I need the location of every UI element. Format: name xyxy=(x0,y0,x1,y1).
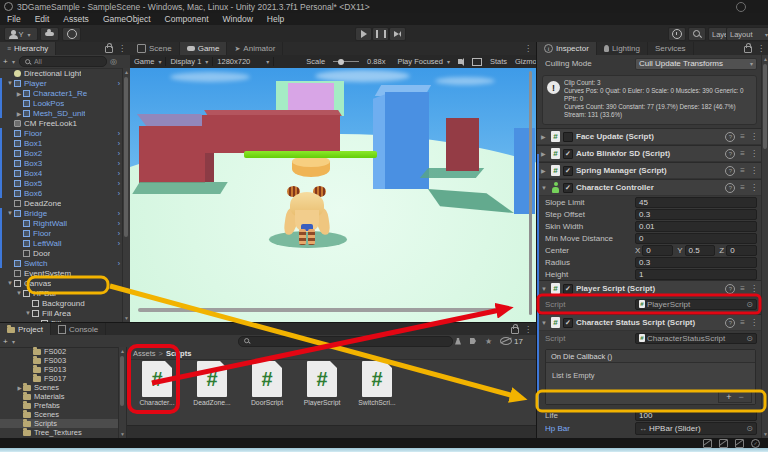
lock-icon[interactable] xyxy=(744,46,752,53)
tab-scene[interactable]: Scene xyxy=(130,42,180,55)
scale-slider[interactable] xyxy=(329,61,363,62)
hierarchy-item-cm-freelook1[interactable]: CM FreeLook1 xyxy=(0,118,123,128)
kebab-menu-icon[interactable] xyxy=(750,166,758,175)
hierarchy-item-eventsystem[interactable]: EventSystem xyxy=(0,268,123,278)
prefab-chevron-icon[interactable] xyxy=(118,160,120,167)
hp-bar-object-field[interactable]: ↔ HPBar (Slider) xyxy=(635,422,757,435)
hierarchy-item-box4[interactable]: Box4 xyxy=(0,168,123,178)
component-auto-blink[interactable]: # Auto Blinkfor SD (Script) xyxy=(537,145,762,162)
menu-file[interactable]: File xyxy=(0,13,28,25)
object-picker-icon[interactable] xyxy=(746,424,753,433)
foldout-icon[interactable] xyxy=(15,290,23,296)
kebab-menu-icon[interactable] xyxy=(118,44,126,53)
add-list-item-button[interactable]: + xyxy=(726,392,731,402)
help-icon[interactable] xyxy=(725,132,735,142)
enabled-checkbox[interactable] xyxy=(563,284,573,294)
layout-dropdown[interactable]: Layout▾ xyxy=(726,27,768,41)
foldout-icon[interactable] xyxy=(6,210,14,216)
presets-icon[interactable] xyxy=(740,318,745,327)
file-deadzone[interactable]: #DeadZone... xyxy=(190,361,234,413)
value-field[interactable]: 0.01 xyxy=(635,221,757,232)
kebab-menu-icon[interactable] xyxy=(757,44,765,53)
culling-mode-dropdown[interactable]: Cull Update Transforms ▾ xyxy=(635,58,757,70)
hierarchy-item-lookpos[interactable]: LookPos xyxy=(0,98,123,108)
foldout-icon[interactable]: ▶ xyxy=(16,385,23,391)
kebab-menu-icon[interactable] xyxy=(750,149,758,158)
kebab-menu-icon[interactable] xyxy=(524,325,532,334)
hierarchy-item-floor[interactable]: Floor xyxy=(0,228,123,238)
foldout-icon[interactable] xyxy=(541,150,548,157)
game-mode-dropdown[interactable]: Game▾ xyxy=(130,57,165,66)
foldout-icon[interactable] xyxy=(541,320,548,326)
focus-mode-dropdown[interactable]: Play Focused▾ xyxy=(393,57,453,66)
create-asset-button[interactable]: + ▾ xyxy=(3,337,15,346)
search-by-type-button[interactable] xyxy=(455,338,461,345)
project-folder-scenes[interactable]: Scenes xyxy=(0,410,126,419)
picker-icon[interactable]: ◎ xyxy=(110,57,117,66)
enabled-checkbox[interactable] xyxy=(563,318,573,328)
project-folder-scripts[interactable]: Scripts xyxy=(0,419,126,428)
tab-lighting[interactable]: Lighting xyxy=(597,42,648,55)
muted-notification-icon[interactable] xyxy=(703,439,712,448)
scroll-down-icon[interactable]: ▼ xyxy=(762,431,768,437)
lock-icon[interactable] xyxy=(511,327,519,334)
mute-audio-button[interactable] xyxy=(454,59,468,64)
project-tree-scrollbar[interactable]: ▲ ▼ xyxy=(118,347,126,438)
file-character[interactable]: #Character... xyxy=(135,361,179,413)
hierarchy-item-bridge[interactable]: Bridge xyxy=(0,208,123,218)
menu-help[interactable]: Help xyxy=(260,13,291,25)
hierarchy-item-canvas[interactable]: Canvas xyxy=(0,278,123,288)
step-button[interactable] xyxy=(389,27,406,41)
project-folder-fs017[interactable]: FS017 xyxy=(0,374,126,383)
menu-window[interactable]: Window xyxy=(216,13,260,25)
hierarchy-scrollbar[interactable]: ▲ ▼ xyxy=(122,68,130,322)
hierarchy-item-leftwall[interactable]: LeftWall xyxy=(0,238,123,248)
kebab-menu-icon[interactable] xyxy=(524,44,532,53)
hierarchy-item-player[interactable]: Player xyxy=(0,78,123,88)
prefab-chevron-icon[interactable] xyxy=(118,140,120,147)
scrollbar-thumb[interactable] xyxy=(124,77,128,237)
breadcrumb-current[interactable]: Scripts xyxy=(166,349,191,358)
component-character-status-script[interactable]: # Character Status Script (Script) xyxy=(537,314,762,331)
play-button[interactable] xyxy=(355,27,372,41)
menu-edit[interactable]: Edit xyxy=(28,13,57,25)
prefab-chevron-icon[interactable] xyxy=(118,210,120,217)
player-script-object-field[interactable]: # PlayerScript xyxy=(635,299,757,310)
kebab-menu-icon[interactable] xyxy=(750,132,758,141)
game-viewport[interactable] xyxy=(130,68,536,322)
prefab-chevron-icon[interactable] xyxy=(118,260,120,267)
hierarchy-item-hpbar[interactable]: HPBar xyxy=(0,288,123,298)
help-icon[interactable] xyxy=(725,183,735,193)
menu-gameobject[interactable]: GameObject xyxy=(96,13,158,25)
favorite-search-button[interactable] xyxy=(485,337,492,346)
foldout-icon[interactable] xyxy=(24,310,32,316)
tab-inspector[interactable]: iInspector xyxy=(537,42,597,55)
hierarchy-item-box3[interactable]: Box3 xyxy=(0,158,123,168)
axis-field-x[interactable]: 0 xyxy=(642,245,673,256)
hierarchy-item-box6[interactable]: Box6 xyxy=(0,188,123,198)
prefab-chevron-icon[interactable] xyxy=(118,170,120,177)
hierarchy-item-directional-light[interactable]: Directional Light xyxy=(0,68,123,78)
resolution-dropdown[interactable]: 1280x720▾ xyxy=(213,57,273,66)
value-field[interactable]: 0 xyxy=(635,233,757,244)
prefab-chevron-icon[interactable] xyxy=(118,80,120,87)
foldout-icon[interactable] xyxy=(15,90,23,97)
tab-services[interactable]: Services xyxy=(648,42,694,55)
enabled-checkbox[interactable] xyxy=(563,166,573,176)
scroll-down-icon[interactable]: ▼ xyxy=(119,431,126,437)
file-playerscript[interactable]: #PlayerScript xyxy=(300,361,344,413)
value-field[interactable]: 45 xyxy=(635,197,757,208)
file-doorscript[interactable]: #DoorScript xyxy=(245,361,289,413)
project-folder-fs002[interactable]: FS002 xyxy=(0,347,126,356)
scroll-up-icon[interactable]: ▲ xyxy=(762,56,768,62)
create-button[interactable]: + ▾ xyxy=(3,57,15,66)
presets-icon[interactable] xyxy=(740,183,745,192)
project-folder-tree-textures[interactable]: Tree_Textures xyxy=(0,428,126,437)
foldout-icon[interactable] xyxy=(15,110,23,117)
event-list-header[interactable]: On Die Callback () xyxy=(546,350,755,363)
muted-console-icon[interactable] xyxy=(719,439,728,448)
hierarchy-item-mesh-sd-unit[interactable]: Mesh_SD_unit xyxy=(0,108,123,118)
pause-button[interactable] xyxy=(372,27,389,41)
scroll-down-icon[interactable]: ▼ xyxy=(123,315,130,321)
value-field[interactable]: 0.3 xyxy=(635,257,757,268)
